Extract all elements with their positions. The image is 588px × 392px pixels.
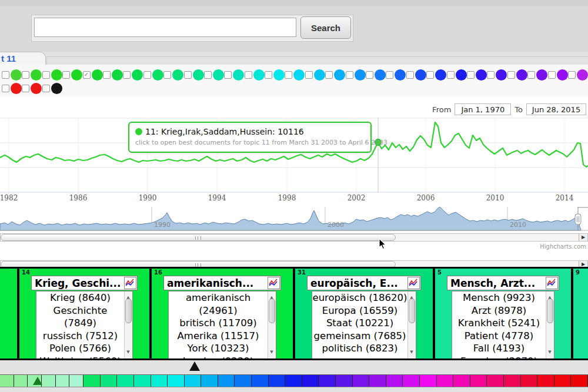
scrollbar-right-arrow[interactable]: ▶	[579, 234, 587, 241]
topic-dot[interactable]	[476, 69, 487, 81]
topic-dot[interactable]	[172, 69, 183, 81]
word-list-scrollbar[interactable]: ▲▼	[124, 292, 132, 359]
topic-word-item[interactable]: europäisch (18620)	[312, 292, 407, 304]
scroll-down-icon[interactable]: ▼	[546, 346, 553, 359]
topic-dot[interactable]	[577, 69, 588, 81]
scroll-thumb[interactable]	[547, 299, 553, 323]
topic-word-item[interactable]: gemeinsam (7685)	[312, 330, 407, 343]
topic-dot[interactable]	[233, 69, 244, 81]
topic-checkbox[interactable]	[204, 71, 212, 79]
topic-checkbox[interactable]	[507, 71, 515, 79]
navigator-area[interactable]	[0, 207, 581, 230]
topic-word-item[interactable]: Mensch (9923)	[452, 292, 546, 304]
topic-word-item[interactable]: russisch (7512)	[36, 330, 124, 343]
color-scale-cell[interactable]	[56, 375, 70, 387]
topic-checkbox[interactable]	[265, 71, 272, 79]
color-scale-cell[interactable]	[252, 375, 269, 387]
topic-dot[interactable]	[435, 69, 446, 81]
topic-word-item[interactable]: Krieg (8640)	[36, 292, 124, 304]
topic-dot[interactable]	[31, 69, 42, 81]
topic-checkbox[interactable]	[22, 71, 29, 79]
scroll-down-icon[interactable]: ▼	[268, 346, 275, 359]
topic-checkbox[interactable]	[406, 71, 414, 79]
color-scale-cell[interactable]	[69, 375, 83, 387]
topic-checkbox[interactable]	[305, 71, 313, 79]
color-scale-cell[interactable]	[151, 375, 168, 387]
scroll-down-icon[interactable]: ▼	[408, 346, 415, 359]
topic-checkbox[interactable]	[386, 71, 393, 79]
color-scale-cell[interactable]	[420, 375, 437, 387]
topic-dot[interactable]	[11, 83, 22, 94]
color-scale-cell[interactable]	[83, 375, 101, 387]
topic-checkbox[interactable]: ✓	[83, 71, 91, 79]
topic-checkbox[interactable]	[62, 71, 70, 79]
topic-checkbox[interactable]	[568, 71, 576, 79]
topic-chart-icon[interactable]	[546, 277, 558, 289]
topic-word-item[interactable]: Polen (5766)	[36, 342, 124, 355]
word-list-scrollbar[interactable]: ▲▼	[546, 292, 554, 359]
topic-dot[interactable]	[355, 69, 366, 81]
search-input[interactable]	[34, 18, 296, 37]
topic-dot[interactable]	[112, 69, 123, 81]
scroll-thumb[interactable]	[125, 299, 132, 323]
topic-dot[interactable]	[334, 69, 345, 81]
topic-dot[interactable]	[213, 69, 224, 81]
topic-word-item[interactable]: Europa (16559)	[312, 304, 407, 317]
topic-dot[interactable]	[536, 69, 547, 81]
color-scale-cell[interactable]	[470, 375, 487, 387]
chart-tooltip[interactable]: 11: Krieg,Irak,Saddam,Hussein: 10116 cli…	[128, 122, 372, 153]
topic-checkbox[interactable]	[184, 71, 192, 79]
topic-dot[interactable]	[152, 69, 163, 81]
color-scale-cell[interactable]	[285, 375, 302, 387]
topic-dot[interactable]	[273, 69, 285, 81]
search-button[interactable]: Search	[300, 16, 351, 39]
color-scale-cell[interactable]	[487, 375, 504, 387]
topic-dot[interactable]	[395, 69, 406, 81]
topic-dot[interactable]	[496, 69, 507, 81]
color-scale-cell[interactable]	[554, 375, 572, 387]
topic-dot[interactable]	[415, 69, 426, 81]
color-scale-cell[interactable]	[42, 375, 56, 387]
color-scale-cell[interactable]	[353, 375, 370, 387]
color-scale-cell[interactable]	[386, 375, 403, 387]
topic-checkbox[interactable]	[143, 71, 151, 79]
topic-dot[interactable]	[132, 69, 143, 81]
topic-checkbox[interactable]	[163, 71, 171, 79]
topic-dot[interactable]	[516, 69, 527, 81]
topic-word-item[interactable]: London (9230)	[169, 355, 268, 359]
topic-word-list[interactable]: europäisch (18620)Europa (16559)Staat (1…	[312, 291, 416, 359]
topic-dot[interactable]	[557, 69, 568, 81]
topic-dot[interactable]	[193, 69, 204, 81]
topic-checkbox[interactable]	[103, 71, 111, 79]
color-scale-cell[interactable]	[134, 375, 151, 387]
topic-dot[interactable]	[31, 83, 42, 94]
topic-word-item[interactable]: Patient (4778)	[452, 330, 546, 343]
color-scale-cell[interactable]	[235, 375, 252, 387]
topic-checkbox[interactable]	[2, 71, 9, 79]
topic-word-item[interactable]: Krankheit (5241)	[452, 317, 546, 330]
topic-checkbox[interactable]	[366, 71, 373, 79]
topic-color-scale[interactable]	[0, 374, 588, 387]
topic-dot[interactable]	[92, 69, 103, 81]
color-scale-cell[interactable]	[14, 375, 28, 387]
topic-dot[interactable]	[456, 69, 467, 81]
topic-dot[interactable]	[71, 69, 82, 81]
color-scale-cell[interactable]	[571, 375, 588, 387]
color-scale-cell[interactable]	[101, 375, 118, 387]
color-scale-cell[interactable]	[319, 375, 336, 387]
topic-dot[interactable]	[253, 69, 265, 81]
topic-word-item[interactable]: York (10323)	[169, 342, 268, 355]
topic-dot[interactable]	[293, 69, 305, 81]
chart-scrollbar-thumb[interactable]	[1, 234, 396, 241]
topic-checkbox[interactable]	[487, 71, 495, 79]
topic-checkbox[interactable]	[123, 71, 131, 79]
topic-checkbox[interactable]	[548, 71, 556, 79]
topic-word-item[interactable]: britisch (11709)	[169, 317, 268, 330]
topic-checkbox[interactable]	[22, 85, 29, 92]
word-list-scrollbar[interactable]: ▲▼	[407, 292, 416, 359]
navigator-handle[interactable]	[575, 214, 581, 225]
color-scale-cell[interactable]	[369, 375, 386, 387]
topic-word-list[interactable]: amerikanisch (24961)britisch (11709)Amer…	[168, 291, 276, 359]
color-scale-cell[interactable]	[201, 375, 218, 387]
topic-chart-icon[interactable]	[268, 277, 280, 289]
